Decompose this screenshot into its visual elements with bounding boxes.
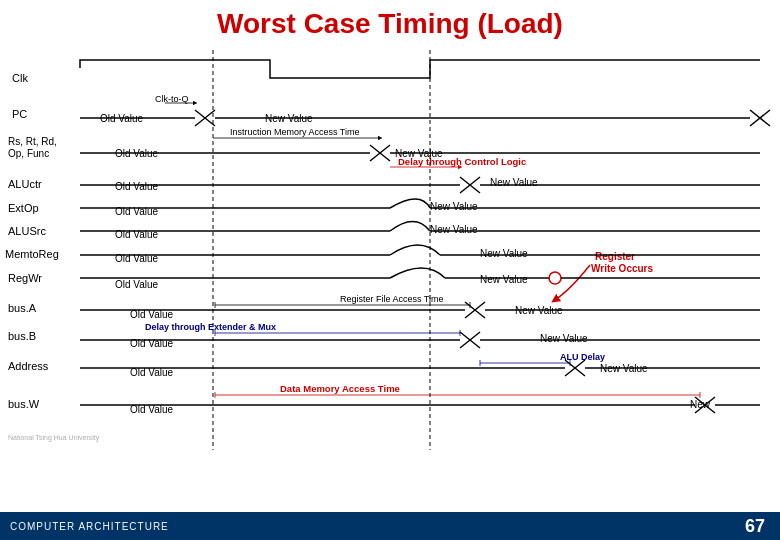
signal-alusrc: ALUSrc: [8, 225, 46, 237]
delay-control-label: Delay through Control Logic: [398, 156, 526, 167]
memtoreg-new-value: New Value: [480, 248, 528, 259]
regfile-label: Register File Access Time: [340, 294, 444, 304]
extop-new-value: New Value: [430, 201, 478, 212]
clk-waveform: [80, 60, 760, 78]
signal-aluctr: ALUctr: [8, 178, 42, 190]
bottom-bar: COMPUTER ARCHITECTURE 67: [0, 512, 780, 540]
aluctr-new-value: New Value: [490, 177, 538, 188]
signal-pc: PC: [12, 108, 27, 120]
signal-regwr: RegWr: [8, 272, 42, 284]
alusrc-curve: [390, 222, 430, 232]
signal-address: Address: [8, 360, 49, 372]
imem-label: Instruction Memory Access Time: [230, 127, 360, 137]
clk-to-q-label: Clk-to-Q: [155, 94, 189, 104]
regwr-curve: [390, 268, 445, 278]
timing-diagram: Clk PC Rs, Rt, Rd, Op, Func ALUctr ExtOp…: [0, 50, 780, 520]
delay-extender-label: Delay through Extender & Mux: [145, 322, 276, 332]
signal-extop: ExtOp: [8, 202, 39, 214]
regwr-new-value: New Value: [480, 274, 528, 285]
signal-busb: bus.B: [8, 330, 36, 342]
extop-curve: [390, 199, 430, 208]
page-title: Worst Case Timing (Load): [0, 0, 780, 44]
register-write-label2: Write Occurs: [591, 263, 653, 274]
aluctr-old-value: Old Value: [115, 181, 159, 192]
signal-rs: Rs, Rt, Rd,: [8, 136, 57, 147]
subject-label: COMPUTER ARCHITECTURE: [10, 521, 169, 532]
busb-new-value: New Value: [540, 333, 588, 344]
register-write-arrow: [555, 265, 590, 300]
data-memory-label: Data Memory Access Time: [280, 383, 400, 394]
signal-busw: bus.W: [8, 398, 40, 410]
memtoreg-curve: [390, 245, 440, 255]
signal-memtoreg: MemtoReg: [5, 248, 59, 260]
page-number: 67: [745, 516, 765, 537]
watermark-university: National Tsing Hua University: [8, 434, 100, 442]
register-write-label: Register: [595, 251, 635, 262]
signal-busa: bus.A: [8, 302, 37, 314]
signal-op: Op, Func: [8, 148, 49, 159]
register-write-marker: [549, 272, 561, 284]
signal-clk: Clk: [12, 72, 28, 84]
alusrc-new-value: New Value: [430, 224, 478, 235]
main-container: Worst Case Timing (Load) Clk PC Rs, Rt, …: [0, 0, 780, 540]
regwr-old-value: Old Value: [115, 279, 159, 290]
